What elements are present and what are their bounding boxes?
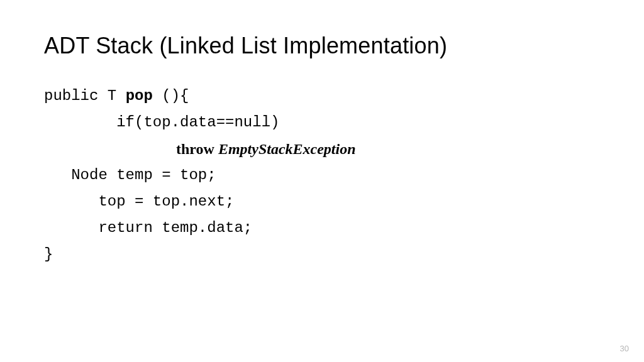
code-text: public T — [44, 87, 126, 104]
method-name: pop — [126, 87, 153, 104]
code-line-3: throw EmptyStackException — [44, 136, 600, 162]
exception-name: EmptyStackException — [218, 141, 356, 157]
code-line-7: } — [44, 241, 600, 268]
code-line-4: Node temp = top; — [44, 162, 600, 189]
slide-title: ADT Stack (Linked List Implementation) — [44, 33, 600, 59]
code-line-1: public T pop (){ — [44, 83, 600, 109]
throw-keyword: throw — [176, 141, 218, 157]
page-number: 30 — [620, 344, 629, 353]
code-block: public T pop (){ if(top.data==null) thro… — [44, 83, 600, 268]
code-line-6: return temp.data; — [44, 215, 600, 241]
slide-content: ADT Stack (Linked List Implementation) p… — [0, 0, 644, 362]
code-line-2: if(top.data==null) — [44, 109, 600, 136]
code-text: (){ — [153, 87, 189, 104]
code-line-5: top = top.next; — [44, 189, 600, 215]
